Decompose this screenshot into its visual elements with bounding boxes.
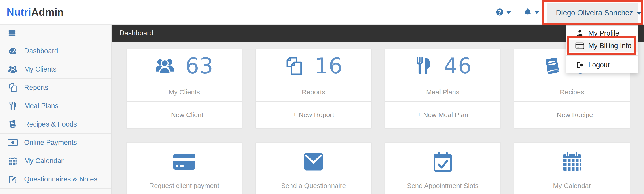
action-card-grid: Request client payment Send a Questionna… bbox=[126, 142, 630, 194]
stat-card-body[interactable]: 16 Reports bbox=[256, 49, 371, 101]
help-menu-button[interactable] bbox=[496, 0, 511, 24]
sidebar-item-questionnaires-notes[interactable]: Questionnaires & Notes bbox=[0, 170, 111, 189]
stat-card-my-clients[interactable]: 63 My Clients + New Client bbox=[126, 49, 242, 128]
book-icon bbox=[8, 120, 18, 129]
caret-down-icon bbox=[636, 12, 642, 15]
stat-label: My Clients bbox=[168, 88, 200, 96]
page-title-bar: Dashboard bbox=[112, 24, 644, 42]
sidebar-item-recipes-foods[interactable]: Recipes & Foods bbox=[0, 115, 111, 134]
menu-item-label: My Billing Info bbox=[588, 42, 632, 50]
bell-icon bbox=[524, 8, 532, 16]
top-navbar: NutriAdmin Diego Oliveira Sanchez bbox=[0, 0, 644, 24]
sidebar-item-label: Recipes & Foods bbox=[24, 120, 77, 128]
credit-card-icon bbox=[575, 42, 584, 50]
action-card-label: Send a Questionnaire bbox=[281, 182, 346, 190]
new-recipe-button[interactable]: + New Recipe bbox=[514, 101, 630, 128]
envelope-icon bbox=[303, 152, 324, 172]
copy-pages-icon bbox=[8, 83, 18, 92]
help-circle-icon bbox=[496, 8, 504, 16]
stat-value: 16 bbox=[314, 55, 343, 77]
users-group-icon bbox=[8, 64, 18, 74]
stat-card-body[interactable]: 63 My Clients bbox=[126, 49, 242, 101]
sidebar-item-dashboard[interactable]: Dashboard bbox=[0, 42, 111, 60]
users-group-icon bbox=[155, 56, 175, 76]
page-title: Dashboard bbox=[120, 29, 154, 37]
notifications-menu-button[interactable] bbox=[524, 0, 539, 24]
copy-pages-icon bbox=[284, 56, 304, 76]
user-menu-button[interactable]: Diego Oliveira Sanchez bbox=[546, 3, 638, 23]
cutlery-icon bbox=[8, 101, 18, 111]
action-card-label: Request client payment bbox=[149, 182, 219, 190]
sidebar-item-online-payments[interactable]: Online Payments bbox=[0, 134, 111, 152]
user-dropdown-menu: My Profile My Billing Info Logout bbox=[566, 26, 638, 73]
nutriadmin-app: NutriAdmin Diego Oliveira Sanchez Dashbo… bbox=[0, 0, 644, 194]
book-icon bbox=[543, 56, 562, 76]
pencil-square-icon bbox=[8, 174, 18, 184]
stat-value: 46 bbox=[444, 55, 472, 77]
action-card-send-appointment-slots[interactable]: Send Appointment Slots bbox=[385, 142, 501, 194]
menu-item-my-billing-info[interactable]: My Billing Info bbox=[566, 40, 638, 52]
stat-value: 63 bbox=[185, 55, 214, 77]
stat-card-grid: 63 My Clients + New Client 16 Reports + … bbox=[126, 49, 630, 128]
sidebar-item-my-clients[interactable]: My Clients bbox=[0, 60, 111, 79]
sidebar-item-my-calendar[interactable]: My Calendar bbox=[0, 152, 111, 170]
calendar-icon bbox=[561, 151, 583, 173]
menu-item-label: Logout bbox=[588, 61, 610, 69]
dashboard-gauge-icon bbox=[8, 46, 18, 56]
action-card-my-calendar[interactable]: My Calendar bbox=[514, 142, 630, 194]
stat-label: Recipes bbox=[560, 88, 584, 96]
logo-text-secondary: Admin bbox=[31, 6, 64, 18]
stat-card-meal-plans[interactable]: 46 Meal Plans + New Meal Plan bbox=[385, 49, 501, 128]
user-md-icon bbox=[575, 29, 584, 37]
sidebar-item-meal-plans[interactable]: Meal Plans bbox=[0, 97, 111, 115]
action-card-label: My Calendar bbox=[553, 182, 591, 190]
sign-out-icon bbox=[575, 61, 584, 69]
new-report-button[interactable]: + New Report bbox=[256, 101, 371, 128]
calendar-icon bbox=[8, 156, 18, 166]
logo-text-primary: Nutri bbox=[7, 6, 31, 18]
stat-label: Reports bbox=[302, 88, 325, 96]
sidebar-item-label: Questionnaires & Notes bbox=[24, 175, 97, 183]
action-card-label: Send Appointment Slots bbox=[407, 182, 478, 190]
new-client-button[interactable]: + New Client bbox=[126, 101, 242, 128]
dashboard-content: 63 My Clients + New Client 16 Reports + … bbox=[112, 42, 644, 194]
sidebar-item-label: Online Payments bbox=[24, 138, 77, 146]
sidebar-item-label: Dashboard bbox=[24, 47, 58, 55]
stat-card-body[interactable]: 46 Meal Plans bbox=[385, 49, 500, 101]
menu-item-logout[interactable]: Logout bbox=[566, 59, 638, 71]
calendar-check-icon bbox=[432, 151, 454, 173]
menu-item-label: My Profile bbox=[588, 29, 619, 37]
sidebar-item-label: Reports bbox=[24, 84, 48, 92]
action-card-request-client-payment[interactable]: Request client payment bbox=[126, 142, 242, 194]
stat-label: Meal Plans bbox=[426, 88, 459, 96]
hamburger-icon bbox=[8, 29, 16, 37]
menu-item-my-profile[interactable]: My Profile bbox=[566, 27, 638, 40]
cutlery-icon bbox=[414, 56, 433, 76]
sidebar-item-label: My Calendar bbox=[24, 157, 64, 165]
sidebar-collapse-button[interactable] bbox=[0, 24, 111, 42]
sidebar: Dashboard My Clients Reports Meal Plans … bbox=[0, 24, 112, 194]
app-logo[interactable]: NutriAdmin bbox=[7, 6, 64, 18]
caret-down-icon bbox=[506, 11, 511, 14]
sidebar-item-reports[interactable]: Reports bbox=[0, 79, 111, 97]
user-name: Diego Oliveira Sanchez bbox=[556, 8, 633, 17]
caret-down-icon bbox=[534, 11, 539, 14]
stat-card-reports[interactable]: 16 Reports + New Report bbox=[256, 49, 372, 128]
action-card-send-questionnaire[interactable]: Send a Questionnaire bbox=[256, 142, 372, 194]
credit-card-icon bbox=[173, 153, 196, 170]
sidebar-item-label: My Clients bbox=[24, 65, 56, 73]
sidebar-item-label: Meal Plans bbox=[24, 102, 58, 110]
menu-divider bbox=[566, 55, 638, 56]
money-bill-icon bbox=[8, 138, 18, 147]
new-meal-plan-button[interactable]: + New Meal Plan bbox=[385, 101, 500, 128]
